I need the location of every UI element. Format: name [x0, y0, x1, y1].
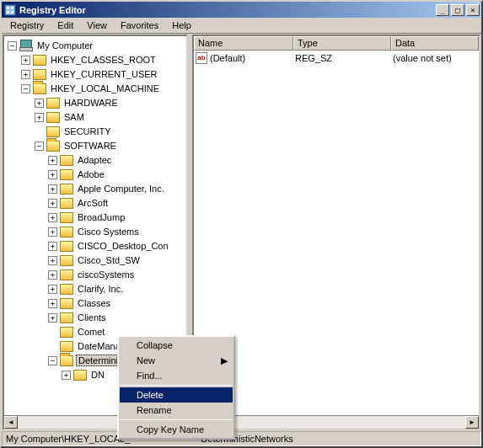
tree-label: ciscoSystems: [76, 269, 136, 280]
menu-item-new[interactable]: New▶: [120, 353, 233, 368]
column-name[interactable]: Name: [194, 36, 293, 51]
tree-node[interactable]: +Adaptec: [48, 153, 186, 167]
tree-node[interactable]: +ciscoSystems: [48, 268, 186, 281]
minimize-button[interactable]: _: [436, 4, 449, 16]
tree-node[interactable]: +Cisco Systems: [48, 225, 186, 238]
list-empty-area[interactable]: [194, 65, 479, 415]
tree-node-hkcr[interactable]: +HKEY_CLASSES_ROOT: [21, 53, 186, 67]
app-icon: [3, 3, 17, 17]
tree-node[interactable]: +Adobe: [48, 168, 186, 181]
tree-node[interactable]: +Apple Computer, Inc.: [48, 182, 186, 195]
tree-label: SECURITY: [62, 125, 113, 137]
menu-item-find[interactable]: Find...: [120, 368, 233, 383]
expand-icon[interactable]: +: [48, 184, 57, 194]
tree-node[interactable]: +BroadJump: [48, 211, 186, 224]
status-bar: My Computer\HKEY_LOCAL_ DeterministicNet…: [2, 431, 481, 446]
tree-node-mycomputer[interactable]: −My Computer: [8, 39, 186, 52]
expand-icon[interactable]: +: [48, 242, 57, 251]
tree-label: Adobe: [76, 168, 106, 180]
tree-label: HARDWARE: [62, 97, 120, 109]
expand-icon[interactable]: +: [48, 199, 57, 208]
folder-icon: [33, 55, 46, 66]
expand-icon[interactable]: +: [48, 270, 57, 280]
folder-open-icon: [60, 355, 73, 366]
collapse-icon[interactable]: −: [8, 41, 17, 51]
close-button[interactable]: ×: [466, 4, 480, 16]
tree-node-software[interactable]: −SOFTWARE: [35, 139, 186, 152]
folder-icon: [60, 269, 73, 280]
menu-favorites[interactable]: Favorites: [114, 19, 165, 32]
collapse-icon[interactable]: −: [35, 141, 44, 151]
value-type: REG_SZ: [295, 53, 393, 63]
tree-node-hkcu[interactable]: +HKEY_CURRENT_USER: [21, 67, 186, 81]
tree-node[interactable]: +CISCO_Desktop_Con: [48, 239, 186, 253]
svg-rect-3: [7, 11, 9, 13]
folder-icon: [46, 98, 60, 109]
tree-label: ArcSoft: [76, 197, 110, 209]
collapse-icon[interactable]: −: [21, 84, 30, 93]
folder-icon: [46, 126, 60, 137]
svg-rect-0: [5, 5, 15, 15]
folder-icon: [60, 341, 73, 352]
expand-icon[interactable]: +: [21, 70, 30, 79]
scroll-left-button[interactable]: ◄: [4, 416, 18, 429]
context-menu: Collapse New▶ Find... Delete Rename Copy…: [117, 335, 235, 440]
tree-label: BroadJump: [76, 211, 126, 223]
leaf-spacer: [48, 342, 57, 351]
menu-registry[interactable]: Registry: [3, 19, 51, 32]
tree-label: Adaptec: [76, 154, 113, 166]
leaf-spacer: [35, 127, 44, 136]
list-row[interactable]: ab(Default) REG_SZ (value not set): [194, 51, 479, 65]
expand-icon[interactable]: +: [48, 313, 57, 323]
list-header: Name Type Data: [194, 36, 479, 51]
folder-open-icon: [33, 83, 46, 94]
tree-node[interactable]: +Cisco_Std_SW: [48, 253, 186, 267]
expand-icon[interactable]: +: [48, 213, 57, 222]
tree-label: HKEY_CURRENT_USER: [49, 68, 159, 80]
horizontal-scrollbar[interactable]: ◄ ►: [194, 415, 479, 429]
collapse-icon[interactable]: −: [48, 356, 57, 365]
column-data[interactable]: Data: [391, 36, 479, 51]
menu-help[interactable]: Help: [165, 19, 198, 32]
menu-separator: [121, 419, 232, 420]
tree-node[interactable]: +Clients: [48, 311, 186, 324]
expand-icon[interactable]: +: [62, 371, 71, 380]
computer-icon: [19, 40, 33, 51]
expand-icon[interactable]: +: [48, 256, 57, 265]
tree-node[interactable]: SECURITY: [35, 125, 186, 138]
svg-rect-2: [11, 7, 13, 9]
menu-view[interactable]: View: [80, 19, 114, 32]
tree-node[interactable]: +SAM: [35, 110, 186, 124]
expand-icon[interactable]: +: [21, 56, 30, 65]
scroll-right-button[interactable]: ►: [465, 416, 479, 429]
folder-open-icon: [46, 141, 60, 152]
column-type[interactable]: Type: [293, 36, 391, 51]
menu-item-copykeyname[interactable]: Copy Key Name: [120, 422, 233, 437]
expand-icon[interactable]: +: [35, 99, 44, 108]
tree-node[interactable]: +ArcSoft: [48, 196, 186, 210]
tree-label: Clients: [76, 312, 108, 323]
expand-icon[interactable]: +: [48, 299, 57, 308]
tree-node-hklm[interactable]: −HKEY_LOCAL_MACHINE: [21, 82, 186, 95]
title-bar: Registry Editor _ □ ×: [2, 2, 481, 18]
tree-node[interactable]: +Classes: [48, 296, 186, 310]
main-area: −My Computer +HKEY_CLASSES_ROOT +HKEY_CU…: [2, 34, 481, 431]
expand-icon[interactable]: +: [35, 113, 44, 122]
svg-rect-4: [11, 11, 13, 13]
tree-node[interactable]: +HARDWARE: [35, 96, 186, 109]
tree-label: SOFTWARE: [62, 140, 118, 152]
tree-label: Clarify, Inc.: [76, 283, 125, 295]
tree-node[interactable]: +Clarify, Inc.: [48, 282, 186, 296]
expand-icon[interactable]: +: [48, 227, 57, 237]
maximize-button[interactable]: □: [451, 4, 464, 16]
tree-label: Cisco Systems: [76, 226, 141, 237]
menu-item-rename[interactable]: Rename: [120, 403, 233, 418]
expand-icon[interactable]: +: [48, 170, 57, 179]
expand-icon[interactable]: +: [48, 285, 57, 294]
expand-icon[interactable]: +: [48, 156, 57, 165]
folder-icon: [60, 255, 73, 266]
menu-item-delete[interactable]: Delete: [120, 387, 233, 403]
scroll-track[interactable]: [207, 416, 465, 429]
menu-edit[interactable]: Edit: [51, 19, 80, 32]
menu-item-collapse[interactable]: Collapse: [120, 338, 233, 353]
